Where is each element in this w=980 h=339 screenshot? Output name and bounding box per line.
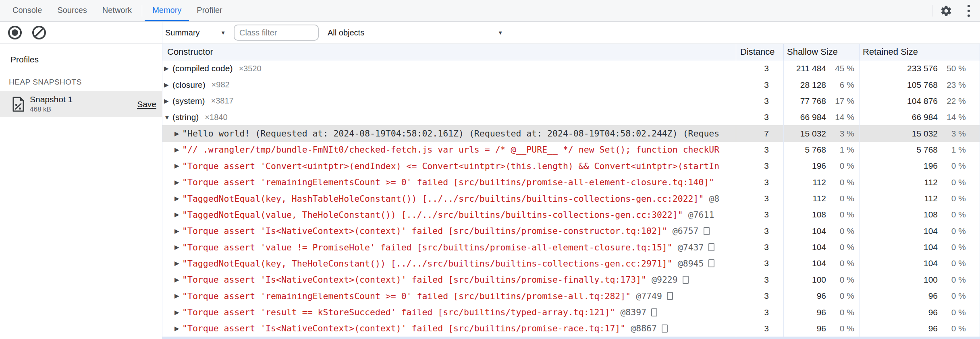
column-header-constructor[interactable]: Constructor [162,44,736,60]
expand-arrow-icon[interactable]: ▶ [174,130,181,137]
constructor-cell[interactable]: ▶"Torque assert 'Convert<uintptr>(endInd… [162,158,736,174]
shallow-size-cell: 1120 % [783,174,859,190]
tab-profiler[interactable]: Profiler [189,0,230,21]
constructor-cell[interactable]: ▼(string)×1840 [162,109,736,125]
table-row[interactable]: ▶(closure)×982328 1286 %105 76823 % [162,76,980,93]
constructor-cell[interactable]: ▶"TaggedNotEqual(key, TheHoleConstant())… [162,255,736,271]
tabbar-spacer [230,0,930,21]
instance-count: ×3817 [211,96,234,105]
retained-size-cell: 960 % [859,304,980,320]
more-options-button[interactable] [957,0,980,21]
clear-profiles-button block-icon[interactable] [32,26,46,39]
size-value: 108 [784,210,826,219]
instance-count: ×982 [212,80,230,89]
table-row[interactable]: ▶"Hello world! (Requested at: 2024-08-19… [162,125,980,141]
expand-arrow-icon[interactable]: ▶ [174,227,181,235]
shallow-size-cell: 1000 % [783,272,859,288]
table-row[interactable]: ▶"TaggedNotEqual(key, TheHoleConstant())… [162,255,980,271]
constructor-cell[interactable]: ▶"Torque assert 'remainingElementsCount … [162,288,736,304]
constructor-cell[interactable]: ▶(compiled code)×3520 [162,60,736,76]
objects-scope-select[interactable]: All objects ▼ [323,28,503,37]
constructor-cell[interactable]: ▶"TaggedNotEqual(key, HashTableHoleConst… [162,190,736,207]
constructor-cell[interactable]: ▶"Torque assert 'value != PromiseHole' f… [162,239,736,255]
constructor-cell[interactable]: ▶"Torque assert 'Is<NativeContext>(conte… [162,272,736,288]
constructor-cell[interactable]: ▶"Torque assert 'remainingElementsCount … [162,174,736,190]
collapse-arrow-icon[interactable]: ▼ [164,114,171,121]
column-header-shallow-size[interactable]: Shallow Size [783,44,859,60]
expand-arrow-icon[interactable]: ▶ [164,65,171,72]
table-row[interactable]: ▶"TaggedNotEqual(value, TheHoleConstant(… [162,207,980,223]
distance-cell: 3 [736,239,783,255]
distance-cell: 3 [736,76,783,93]
size-value: 104 [784,242,826,252]
table-row[interactable]: ▶(compiled code)×35203211 48445 %233 576… [162,60,980,76]
take-heap-snapshot-button record-icon[interactable] [8,26,22,39]
expand-arrow-icon[interactable]: ▶ [174,244,181,251]
glyph-box-icon [708,259,714,267]
snapshot-list-item[interactable]: Snapshot 1 468 kB Save [0,91,162,117]
constructor-group-name: (system) [172,96,205,106]
constructor-cell[interactable]: ▶"Torque assert 'Is<NativeContext>(conte… [162,320,736,337]
constructor-cell[interactable]: ▶"// .wrangler/tmp/bundle-FmNIt0/checked… [162,142,736,158]
string-value: "TaggedNotEqual(key, HashTableHoleConsta… [182,194,704,204]
tab-network[interactable]: Network [95,0,139,21]
constructor-cell[interactable]: ▶"Torque assert 'result == kStoreSuccede… [162,304,736,320]
profiles-label: Profiles [10,55,162,64]
tab-sources[interactable]: Sources [50,0,94,21]
expand-arrow-icon[interactable]: ▶ [174,309,181,316]
table-row[interactable]: ▶"Torque assert 'remainingElementsCount … [162,174,980,190]
expand-arrow-icon[interactable]: ▶ [174,179,181,186]
constructor-cell[interactable]: ▶(closure)×982 [162,76,736,93]
expand-arrow-icon[interactable]: ▶ [174,146,181,153]
table-row[interactable]: ▶"Torque assert 'Convert<uintptr>(endInd… [162,158,980,174]
retained-size-cell: 15 0323 % [859,125,980,141]
expand-arrow-icon[interactable]: ▶ [174,276,181,283]
class-filter-input[interactable] [234,25,319,41]
snapshot-toolbar: Summary ▼ All objects ▼ [162,22,980,43]
grid-header-row: Constructor Distance Shallow Size Retain… [162,43,980,60]
table-row[interactable]: ▶"Torque assert 'Is<NativeContext>(conte… [162,320,980,337]
expand-arrow-icon[interactable]: ▶ [174,211,181,218]
distance-cell: 3 [736,174,783,190]
string-value: "Hello world! (Requested at: 2024-08-19T… [182,128,719,138]
table-row[interactable]: ▼(string)×1840366 98414 %66 98414 % [162,109,980,125]
constructor-cell[interactable]: ▶(system)×3817 [162,93,736,109]
column-header-retained-size[interactable]: Retained Size [859,44,980,60]
table-row[interactable]: ▶"Torque assert 'Is<NativeContext>(conte… [162,223,980,239]
table-row[interactable]: ▶"Torque assert 'value != PromiseHole' f… [162,239,980,255]
constructor-cell[interactable]: ▶"TaggedNotEqual(value, TheHoleConstant(… [162,207,736,223]
constructor-cell[interactable]: ▶"Torque assert 'Is<NativeContext>(conte… [162,223,736,239]
table-row[interactable]: ▶"// .wrangler/tmp/bundle-FmNIt0/checked… [162,142,980,158]
expand-arrow-icon[interactable]: ▶ [174,162,181,170]
panel-tabbar: Console Sources Network Memory Profiler [0,0,980,22]
table-row[interactable]: ▶"Torque assert 'result == kStoreSuccede… [162,304,980,320]
size-value: 104 [784,226,826,236]
string-value: "TaggedNotEqual(value, TheHoleConstant()… [182,210,683,220]
expand-arrow-icon[interactable]: ▶ [164,97,171,105]
size-value: 5 768 [784,145,826,155]
tab-memory[interactable]: Memory [145,0,189,21]
size-percent: 14 % [826,112,854,122]
table-row[interactable]: ▶"TaggedNotEqual(key, HashTableHoleConst… [162,190,980,207]
snapshot-save-link[interactable]: Save [137,99,156,109]
shallow-size-cell: 1040 % [783,255,859,271]
glyph-box-icon [683,276,689,284]
expand-arrow-icon[interactable]: ▶ [174,260,181,267]
expand-arrow-icon[interactable]: ▶ [174,325,181,332]
table-row[interactable]: ▶"Torque assert 'Is<NativeContext>(conte… [162,272,980,288]
distance-cell: 3 [736,320,783,337]
constructor-cell[interactable]: ▶"Hello world! (Requested at: 2024-08-19… [162,125,736,141]
retained-size-cell: 1040 % [859,255,980,271]
instance-count: ×3520 [239,64,261,73]
expand-arrow-icon[interactable]: ▶ [164,81,171,89]
expand-arrow-icon[interactable]: ▶ [174,292,181,300]
size-percent: 0 % [938,242,966,252]
expand-arrow-icon[interactable]: ▶ [174,195,181,202]
perspective-select[interactable]: Summary ▼ [164,28,226,37]
tab-console[interactable]: Console [5,0,50,21]
settings-button[interactable] [935,0,957,21]
size-percent: 14 % [938,112,966,122]
table-row[interactable]: ▶(system)×3817377 76817 %104 87622 % [162,93,980,109]
table-row[interactable]: ▶"Torque assert 'remainingElementsCount … [162,288,980,304]
column-header-distance[interactable]: Distance [736,44,783,60]
